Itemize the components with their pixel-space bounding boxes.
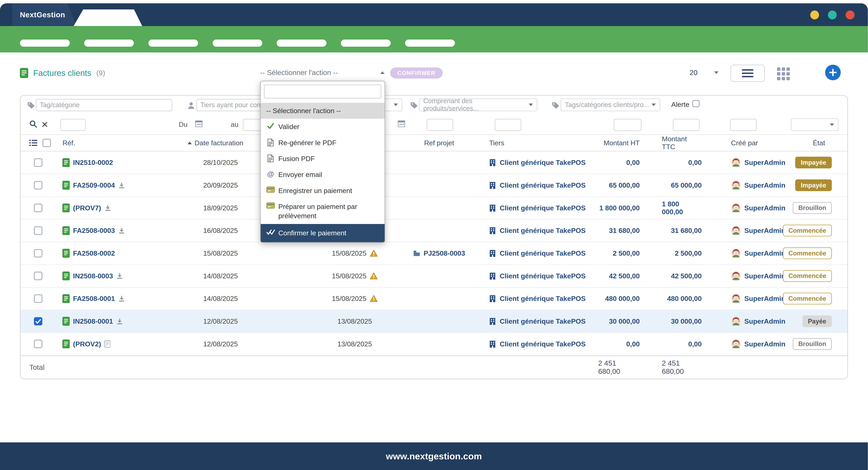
amount-ttc-filter-input[interactable] [673, 119, 700, 131]
invoice-ref-link[interactable]: (PROV2) [73, 340, 101, 348]
list-view-button[interactable] [731, 65, 765, 82]
invoice-ref-link[interactable]: FA2508-0001 [73, 295, 115, 302]
download-icon[interactable] [118, 182, 125, 189]
row-checkbox[interactable] [34, 227, 42, 235]
download-icon[interactable] [116, 273, 123, 279]
window-dot-teal[interactable] [828, 10, 837, 20]
invoice-ref-link[interactable]: IN2510-0002 [73, 159, 113, 166]
download-icon[interactable] [104, 205, 111, 211]
calendar-icon[interactable] [398, 120, 405, 127]
column-header-amount-ttc[interactable]: Montant TTC [662, 135, 724, 151]
thirdparty-link[interactable]: Client générique TakePOS [500, 227, 586, 234]
nav-item-placeholder[interactable] [277, 39, 327, 47]
invoice-ref-link[interactable]: FA2509-0004 [73, 181, 115, 189]
client-tags-filter-select[interactable]: Tags/catégories clients/pro... [561, 98, 660, 111]
dropdown-item[interactable]: Fusion PDF [261, 151, 385, 167]
status-filter-select[interactable] [791, 119, 838, 131]
add-invoice-button[interactable] [825, 65, 841, 80]
author-link[interactable]: SuperAdmin [744, 317, 785, 325]
thirdparty-link[interactable]: Client générique TakePOS [500, 317, 586, 325]
author-link[interactable]: SuperAdmin [744, 227, 785, 234]
dropdown-item[interactable]: Confirmer le paiement [261, 224, 385, 242]
row-checkbox[interactable] [34, 272, 42, 280]
tag-category-input[interactable] [36, 99, 172, 111]
clear-search-icon[interactable] [42, 122, 48, 127]
thirdparty-link[interactable]: Client générique TakePOS [500, 272, 586, 280]
nav-item-placeholder[interactable] [84, 39, 134, 47]
dropdown-search-input[interactable] [264, 85, 381, 98]
document-icon[interactable] [104, 340, 111, 347]
due-date: 15/08/2025 [332, 249, 367, 257]
amount-ht: 65 000,00 [598, 174, 662, 196]
thirdparty-link[interactable]: Client générique TakePOS [500, 204, 586, 212]
row-checkbox[interactable] [34, 159, 42, 167]
download-icon[interactable] [118, 227, 125, 234]
nav-item-placeholder[interactable] [148, 39, 198, 47]
row-checkbox[interactable] [34, 295, 42, 303]
author-filter-input[interactable] [730, 119, 756, 131]
dropdown-item[interactable]: Préparer un paiement par prélèvement [261, 199, 385, 224]
dropdown-item-label: Préparer un paiement par prélèvement [278, 202, 379, 221]
column-header-amount-ht[interactable]: Montant HT [598, 135, 662, 151]
nav-item-placeholder[interactable] [405, 39, 455, 47]
author-link[interactable]: SuperAdmin [744, 340, 785, 348]
row-checkbox[interactable] [34, 317, 42, 326]
column-header-thirdparty[interactable]: Tiers [479, 135, 598, 151]
thirdparty-column-filter-input[interactable] [495, 119, 521, 131]
grid-view-button[interactable] [777, 67, 790, 80]
invoice-ref-link[interactable]: IN2508-0003 [73, 272, 113, 280]
search-icon[interactable] [29, 120, 37, 128]
window-dot-red[interactable] [846, 10, 855, 20]
column-header-author[interactable]: Créé par [724, 135, 799, 151]
column-header-status[interactable]: État [799, 135, 848, 151]
invoice-ref-link[interactable]: IN2508-0001 [73, 317, 113, 325]
ref-filter-input[interactable] [60, 119, 86, 131]
author-link[interactable]: SuperAdmin [744, 249, 785, 257]
download-icon[interactable] [116, 318, 123, 325]
author-link[interactable]: SuperAdmin [744, 181, 785, 189]
invoice-ref-link[interactable]: FA2508-0002 [73, 249, 115, 257]
invoice-ref-link[interactable]: FA2508-0003 [73, 227, 115, 234]
page-size-select[interactable]: 20 [689, 69, 718, 77]
row-checkbox[interactable] [34, 204, 42, 212]
project-link[interactable]: PJ2508-0003 [424, 249, 465, 257]
row-checkbox[interactable] [34, 181, 42, 189]
dropdown-item[interactable]: Enregistrer un paiement [261, 183, 385, 199]
dropdown-item[interactable]: Valider [261, 119, 385, 135]
author-link[interactable]: SuperAdmin [744, 159, 785, 166]
window-dot-yellow[interactable] [810, 10, 819, 20]
thirdparty-link[interactable]: Client générique TakePOS [500, 295, 586, 302]
thirdparty-link[interactable]: Client générique TakePOS [500, 181, 586, 189]
thirdparty-link[interactable]: Client générique TakePOS [500, 340, 586, 348]
nav-item-placeholder[interactable] [213, 39, 262, 47]
alert-checkbox[interactable] [692, 100, 700, 107]
invoice-ref-link[interactable]: (PROV7) [73, 204, 101, 212]
author-link[interactable]: SuperAdmin [744, 272, 785, 280]
download-icon[interactable] [118, 295, 125, 302]
calendar-icon[interactable] [195, 120, 203, 127]
thirdparty-link[interactable]: Client générique TakePOS [500, 249, 586, 257]
author-link[interactable]: SuperAdmin [744, 295, 785, 302]
project-filter-input[interactable] [427, 119, 453, 131]
dropdown-item[interactable]: @Envoyer email [261, 167, 385, 182]
column-header-ref[interactable]: Réf. [56, 135, 180, 151]
author-link[interactable]: SuperAdmin [744, 204, 785, 212]
action-select[interactable]: -- Sélectionner l'action -- [260, 69, 385, 77]
invoice-date: 14/08/2025 [180, 265, 261, 287]
nav-item-placeholder[interactable] [341, 39, 391, 47]
products-filter-select[interactable]: Comprenant des produits/services... [419, 98, 537, 111]
date-from-label: Du [179, 121, 188, 128]
nav-item-placeholder[interactable] [20, 39, 70, 47]
row-checkbox[interactable] [34, 249, 42, 257]
amount-ht-filter-input[interactable] [614, 119, 642, 131]
dropdown-item[interactable]: -- Sélectionner l'action -- [261, 103, 385, 119]
dropdown-item[interactable]: Re-générer le PDF [261, 135, 385, 151]
row-select-cell [21, 152, 56, 174]
column-options-icon[interactable] [29, 139, 37, 146]
confirm-button[interactable]: CONFIRMER [390, 67, 443, 78]
thirdparty-link[interactable]: Client générique TakePOS [500, 159, 586, 166]
row-checkbox[interactable] [34, 340, 42, 348]
select-all-checkbox[interactable] [42, 139, 51, 147]
column-header-date[interactable]: Date facturation [180, 135, 261, 151]
column-header-project[interactable]: Ref projet [399, 135, 479, 151]
